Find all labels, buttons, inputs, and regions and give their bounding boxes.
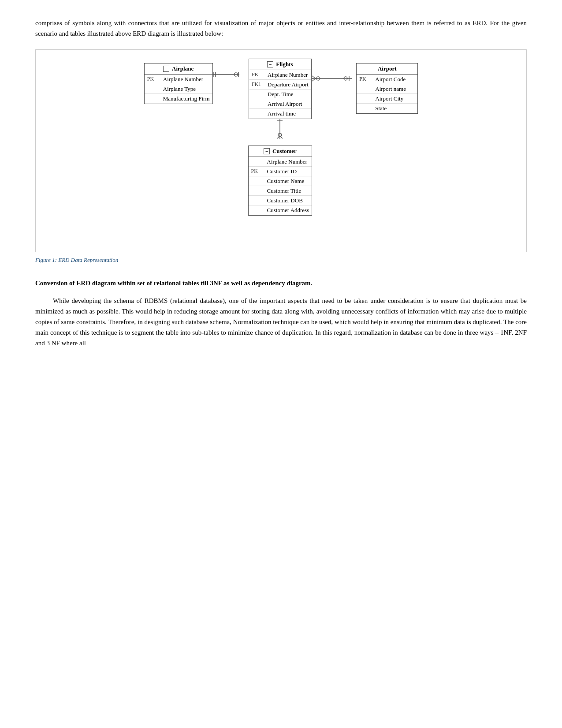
customer-field-4: Customer DOB bbox=[267, 197, 303, 204]
flights-key-1: PK bbox=[252, 71, 268, 78]
customer-row-4: Customer DOB bbox=[249, 196, 312, 205]
airport-field-1: Airport Code bbox=[375, 76, 406, 83]
customer-field-1: Customer ID bbox=[267, 168, 297, 175]
erd-diagram: − Airplane PK Airplane Number Airplane T… bbox=[35, 49, 527, 252]
connector-airplane-flights bbox=[213, 70, 248, 79]
flights-field-1: Airplane Number bbox=[268, 71, 308, 78]
airport-row-3: Airport City bbox=[357, 94, 417, 104]
customer-field-5: Customer Address bbox=[267, 207, 309, 214]
flights-field-5: Arrival time bbox=[268, 110, 296, 117]
customer-row-3: Customer Title bbox=[249, 186, 312, 196]
airport-row-2: Airport name bbox=[357, 84, 417, 94]
airport-field-4: State bbox=[375, 105, 387, 112]
airport-field-3: Airport City bbox=[375, 95, 403, 102]
flights-field-4: Arrival Airport bbox=[268, 101, 302, 108]
flights-key-2: FK1 bbox=[252, 81, 268, 88]
airport-title: Airport bbox=[378, 65, 397, 72]
airport-field-2: Airport name bbox=[375, 86, 406, 93]
flights-row-2: FK1 Departure Airport bbox=[249, 80, 311, 90]
airport-entity: Airport PK Airport Code Airport name Air… bbox=[356, 63, 418, 114]
customer-row-5: Customer Address bbox=[249, 205, 312, 215]
flights-minus-icon: − bbox=[267, 61, 273, 67]
airplane-row-2: Airplane Type bbox=[145, 84, 212, 94]
flights-row-5: Arrival time bbox=[249, 109, 311, 119]
svg-line-11 bbox=[312, 76, 316, 78]
airplane-row-1: PK Airplane Number bbox=[145, 75, 212, 84]
airplane-field-2: Airplane Type bbox=[163, 86, 196, 93]
airplane-entity: − Airplane PK Airplane Number Airplane T… bbox=[144, 63, 213, 104]
connector-flights-customer bbox=[267, 119, 293, 146]
section-heading: Conversion of ERD diagram within set of … bbox=[35, 278, 527, 288]
customer-row-1: PK Customer ID bbox=[249, 167, 312, 176]
airplane-row-3: Manufacturing Firm bbox=[145, 94, 212, 104]
airplane-field-1: Airplane Number bbox=[163, 76, 203, 83]
airplane-pk: PK bbox=[147, 76, 163, 82]
customer-minus-icon: − bbox=[264, 148, 270, 154]
flights-row-4: Arrival Airport bbox=[249, 99, 311, 109]
customer-row-2: Customer Name bbox=[249, 176, 312, 186]
customer-key-1: PK bbox=[251, 168, 267, 175]
customer-row-0: Airplane Number bbox=[249, 157, 312, 167]
minus-icon: − bbox=[163, 66, 169, 72]
body-text: While developing the schema of RDBMS (re… bbox=[35, 295, 527, 348]
flights-row-1: PK Airplane Number bbox=[249, 70, 311, 80]
airplane-field-3: Manufacturing Firm bbox=[163, 95, 210, 102]
airport-row-4: State bbox=[357, 104, 417, 113]
body-paragraph: While developing the schema of RDBMS (re… bbox=[35, 295, 527, 348]
connector-flights-airport bbox=[312, 74, 356, 83]
figure-caption: Figure 1: ERD Data Representation bbox=[35, 257, 527, 264]
flights-field-3: Dept. Time bbox=[268, 91, 294, 98]
flights-title: Flights bbox=[276, 61, 293, 68]
customer-field-2: Customer Name bbox=[267, 178, 305, 185]
intro-paragraph: comprises of symbols along with connecto… bbox=[35, 18, 527, 39]
svg-line-12 bbox=[312, 78, 316, 81]
flights-row-3: Dept. Time bbox=[249, 90, 311, 99]
airport-key-1: PK bbox=[359, 76, 375, 82]
airport-row-1: PK Airport Code bbox=[357, 75, 417, 84]
flights-field-2: Departure Airport bbox=[268, 81, 309, 88]
customer-entity: − Customer Airplane Number PK Customer I… bbox=[248, 146, 313, 216]
customer-field-0: Airplane Number bbox=[267, 158, 307, 165]
flights-entity: − Flights PK Airplane Number FK1 Departu… bbox=[249, 59, 312, 119]
airplane-title: Airplane bbox=[172, 65, 194, 72]
customer-field-3: Customer Title bbox=[267, 187, 301, 194]
customer-title: Customer bbox=[272, 148, 297, 155]
